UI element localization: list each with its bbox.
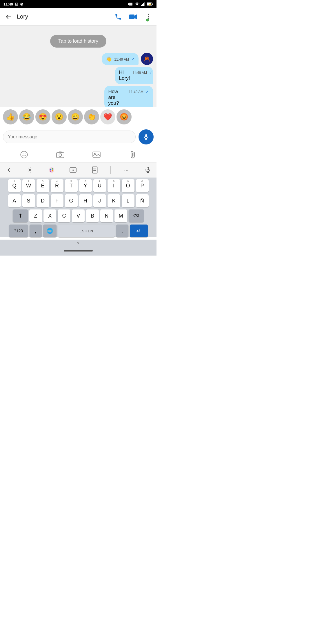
svg-rect-43 — [147, 167, 149, 170]
emoji-grinning[interactable]: 😄 — [68, 109, 83, 124]
key-s[interactable]: S — [22, 194, 35, 207]
key-l[interactable]: L — [122, 194, 134, 207]
emoji-thumbs-up[interactable]: 👍 — [3, 109, 18, 124]
svg-rect-0 — [129, 3, 132, 6]
keyboard-more-button[interactable]: ··· — [121, 164, 132, 176]
key-z[interactable]: Z — [29, 209, 42, 222]
key-ntilde[interactable]: Ñ — [136, 194, 149, 207]
key-row-4: ?123 , 🌐 ES • EN . ↵ — [1, 225, 155, 237]
key-j[interactable]: J — [93, 194, 106, 207]
keyboard-mic-button[interactable] — [142, 164, 154, 176]
status-time: 11:49 — [3, 2, 13, 6]
key-row-3: ⬆ Z X C V B N M ⌫ — [1, 209, 155, 222]
messages-area: 👋 11:49 AM ✓ M Hi Lory! 11:49 AM ✓ — [3, 53, 153, 107]
key-d[interactable]: D — [37, 194, 49, 207]
key-a[interactable]: A — [8, 194, 21, 207]
key-comma[interactable]: , — [30, 225, 42, 237]
key-shift[interactable]: ⬆ — [13, 209, 28, 222]
bottom-bar: ˅ — [0, 240, 156, 256]
emoji-surprised[interactable]: 😮 — [52, 109, 67, 124]
key-globe[interactable]: 🌐 — [43, 225, 57, 237]
key-num-switch[interactable]: ?123 — [9, 225, 28, 237]
key-period[interactable]: . — [116, 225, 128, 237]
svg-rect-22 — [57, 153, 64, 158]
signal-icon — [141, 2, 145, 6]
key-f[interactable]: F — [51, 194, 63, 207]
message-bubble-1: 👋 11:49 AM ✓ — [102, 53, 139, 65]
emoji-clap[interactable]: 👏 — [84, 109, 99, 124]
video-call-button[interactable] — [128, 12, 139, 22]
key-r[interactable]: 4R — [51, 179, 63, 192]
media-row — [0, 147, 156, 162]
key-i[interactable]: 8I — [108, 179, 120, 192]
key-h[interactable]: H — [79, 194, 92, 207]
keyboard-theme-button[interactable] — [46, 164, 57, 176]
key-backspace[interactable]: ⌫ — [129, 209, 144, 222]
message-bubble-3: How are you? 11:49 AM ✓ — [104, 86, 153, 107]
svg-rect-33 — [70, 168, 76, 172]
keyboard-settings-button[interactable] — [24, 164, 36, 176]
back-button[interactable] — [3, 11, 14, 23]
key-k[interactable]: K — [108, 194, 120, 207]
key-e[interactable]: 3E — [37, 179, 49, 192]
emoji-heart[interactable]: ❤️ — [100, 109, 115, 124]
key-enter[interactable]: ↵ — [130, 225, 148, 237]
emoji-laugh[interactable]: 😂 — [19, 109, 34, 124]
key-w[interactable]: 2W — [22, 179, 35, 192]
svg-rect-9 — [152, 3, 153, 5]
svg-point-23 — [59, 154, 61, 156]
svg-point-30 — [52, 168, 53, 170]
svg-point-28 — [49, 167, 54, 173]
contact-name: Lory — [17, 13, 111, 20]
message-row: 👋 11:49 AM ✓ M — [102, 53, 153, 65]
key-q[interactable]: 1Q — [8, 179, 21, 192]
svg-rect-5 — [143, 3, 144, 6]
svg-rect-3 — [141, 5, 142, 6]
key-p[interactable]: 0P — [136, 179, 149, 192]
more-options-button[interactable] — [143, 12, 154, 22]
svg-rect-11 — [129, 15, 134, 19]
key-x[interactable]: X — [43, 209, 56, 222]
emoji-picker-button[interactable] — [18, 149, 30, 160]
svg-marker-12 — [134, 14, 137, 19]
key-n[interactable]: N — [100, 209, 113, 222]
key-y[interactable]: 6Y — [79, 179, 92, 192]
key-b[interactable]: B — [86, 209, 99, 222]
svg-rect-1 — [128, 3, 129, 5]
key-t[interactable]: 5T — [65, 179, 78, 192]
home-pill — [64, 250, 93, 252]
load-history-button[interactable]: Tap to load history — [50, 35, 106, 48]
svg-point-26 — [94, 153, 95, 154]
emoji-bar: 👍 😂 😍 😮 😄 👏 ❤️ 😡 — [0, 107, 156, 127]
svg-point-32 — [50, 170, 52, 172]
camera-button[interactable] — [54, 149, 66, 160]
keyboard: 1Q 2W 3E 4R 5T 6Y 7U 8I 9O 0P A S D F G … — [0, 178, 156, 237]
attachment-button[interactable] — [127, 149, 139, 160]
emoji-angry[interactable]: 😡 — [117, 109, 132, 124]
key-o[interactable]: 9O — [122, 179, 134, 192]
nav-chevron[interactable]: ˅ — [77, 241, 80, 248]
message-input[interactable] — [3, 131, 136, 143]
input-row — [0, 127, 156, 147]
emoji-heart-eyes[interactable]: 😍 — [35, 109, 50, 124]
key-u[interactable]: 7U — [93, 179, 106, 192]
svg-rect-2 — [133, 3, 133, 5]
mic-button[interactable] — [139, 129, 154, 144]
svg-point-20 — [23, 153, 23, 154]
vibrate-icon — [128, 2, 133, 6]
key-m[interactable]: M — [114, 209, 127, 222]
key-c[interactable]: C — [58, 209, 70, 222]
keyboard-back-button[interactable] — [3, 164, 14, 176]
keyboard-phone-layout-button[interactable] — [89, 164, 101, 176]
message-text-1: 👋 — [106, 56, 112, 62]
keyboard-type-button[interactable] — [67, 164, 79, 176]
svg-point-27 — [29, 169, 31, 171]
key-space[interactable]: ES • EN — [58, 225, 115, 237]
phone-call-button[interactable] — [113, 12, 123, 22]
key-g[interactable]: G — [65, 194, 78, 207]
wifi-icon — [134, 2, 140, 6]
message-row: Hi Lory! 11:49 AM ✓ — [105, 67, 153, 84]
gallery-button[interactable] — [91, 149, 102, 160]
key-v[interactable]: V — [72, 209, 85, 222]
key-row-1: 1Q 2W 3E 4R 5T 6Y 7U 8I 9O 0P — [1, 179, 155, 192]
